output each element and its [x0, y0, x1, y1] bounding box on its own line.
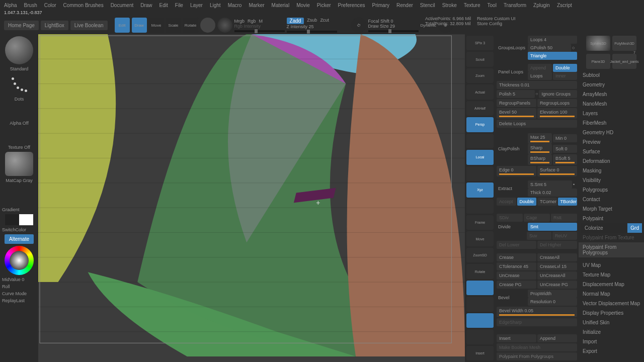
alternate-button[interactable]: Alternate	[5, 234, 34, 244]
lightbox-button[interactable]: LightBox	[41, 21, 68, 30]
thick[interactable]: Thick 0.02	[528, 189, 577, 197]
shelf-solo[interactable]	[466, 329, 494, 344]
menu-render[interactable]: Render	[396, 3, 413, 8]
menu-stroke[interactable]: Stroke	[442, 3, 457, 8]
delete-loops[interactable]: Delete Loops	[497, 120, 577, 128]
bevel2[interactable]: Bevel	[497, 294, 527, 302]
sdiv[interactable]: SDiv	[497, 214, 523, 222]
menu-common[interactable]: Common Brushes	[63, 3, 104, 8]
panel-polypaint[interactable]: Polypaint	[579, 214, 644, 223]
smt2[interactable]: Smt	[528, 223, 577, 231]
tcorner[interactable]: TCorner	[537, 198, 557, 206]
panel-contact[interactable]: Contact	[579, 195, 644, 204]
rgb-intensity-slider[interactable]	[234, 30, 285, 32]
surface[interactable]: Surface 0	[537, 166, 577, 176]
panel-loops[interactable]: Panel Loops	[497, 68, 527, 76]
menu-brush[interactable]: Brush	[24, 3, 37, 8]
shelf-spix[interactable]: SPix 3	[466, 36, 494, 50]
texture-label[interactable]: Texture Off	[8, 145, 30, 150]
sculptris-icon[interactable]	[217, 18, 232, 33]
gpolish-slider[interactable]: GPolish 50	[528, 44, 571, 52]
draw-tool[interactable]: Draw	[132, 18, 147, 33]
shelf-xpose[interactable]	[466, 166, 494, 181]
curve-mode[interactable]: Curve Mode	[2, 291, 27, 296]
shelf-scroll[interactable]: Scroll	[466, 52, 494, 66]
edge[interactable]: Edge 0	[497, 166, 536, 176]
menu-tool[interactable]: Tool	[488, 3, 497, 8]
ppfp[interactable]: Polypaint From Polygroups	[497, 352, 577, 360]
menu-transform[interactable]: Transform	[504, 3, 526, 8]
move-tool[interactable]: Move	[149, 18, 164, 33]
menu-picker[interactable]: Picker	[317, 3, 331, 8]
double-button[interactable]: Double	[553, 64, 577, 72]
ignore-groups[interactable]: Ignore Groups	[539, 90, 577, 98]
midvalue[interactable]: MidValue 0	[2, 277, 24, 282]
shelf-ghost[interactable]	[466, 313, 494, 328]
menu-macro[interactable]: Macro	[228, 3, 242, 8]
shelf-aahalf[interactable]: AAHalf	[466, 101, 494, 116]
restore-ui-button[interactable]: Restore Custom UI	[477, 16, 516, 21]
panel-initialize[interactable]: Initialize	[579, 327, 644, 337]
panel-normalmap[interactable]: Normal Map	[579, 289, 644, 299]
pp-from-texture[interactable]: Polypaint From Texture	[579, 233, 644, 242]
shelf-floor[interactable]	[466, 134, 494, 148]
switch-color[interactable]: SwitchColor	[2, 227, 26, 232]
panel-vdmap[interactable]: Vector Displacement Map	[579, 299, 644, 308]
plane3d[interactable]: Plane3D	[586, 54, 610, 69]
menu-stencil[interactable]: Stencil	[420, 3, 435, 8]
thickness[interactable]: Thickness 0.01	[497, 81, 577, 89]
zsub-button[interactable]: Zsub	[307, 18, 317, 24]
insert[interactable]: Insert	[497, 334, 536, 342]
bsharp[interactable]: BSharp	[528, 154, 552, 165]
polymesh3d[interactable]: PolyMesh3D	[612, 36, 636, 51]
menu-draw[interactable]: Draw	[140, 3, 152, 8]
append-button[interactable]: Append	[528, 64, 552, 72]
sphere3d[interactable]: Sphere3D	[586, 36, 610, 51]
accept[interactable]: Accept	[497, 198, 516, 206]
menu-alpha[interactable]: Alpha	[4, 3, 17, 8]
min[interactable]: Min 0	[553, 134, 577, 142]
dellower[interactable]: Del Lower	[497, 241, 536, 249]
delhigher[interactable]: Del Higher	[537, 241, 577, 249]
edit-tool[interactable]: Edit	[115, 18, 130, 33]
suv[interactable]: Suv	[527, 232, 551, 240]
shelf-local[interactable]: Local	[466, 150, 494, 164]
triangle-button[interactable]: Triangle	[528, 52, 577, 60]
max[interactable]: Max 25	[528, 133, 552, 144]
home-page-button[interactable]: Home Page	[4, 21, 39, 30]
mrgb-button[interactable]: Mrgb	[234, 19, 245, 24]
pp-from-polygroups[interactable]: Polypaint From Polygroups	[579, 242, 644, 257]
sharp[interactable]: Sharp	[528, 144, 552, 154]
viewport[interactable]: +	[38, 34, 465, 362]
shelf-lasso[interactable]	[466, 199, 494, 214]
zcut-button[interactable]: Zcut	[320, 18, 329, 24]
clock-icon[interactable]: ⏱	[351, 18, 366, 33]
rgb-button[interactable]: Rgb	[248, 19, 256, 24]
uncrease[interactable]: UnCrease	[497, 272, 536, 280]
polish[interactable]: Polish 5	[497, 90, 535, 98]
menu-preferences[interactable]: Preferences	[338, 3, 365, 8]
claypolish[interactable]: ClayPolish	[497, 145, 527, 153]
regroup-loops[interactable]: RegroupLoops	[537, 99, 577, 107]
jacket-tool[interactable]: Jacket_and_pants7	[612, 54, 636, 69]
makebool[interactable]: Make Boolean Mesh	[497, 343, 577, 351]
extract[interactable]: Extract	[497, 185, 527, 193]
menu-light[interactable]: Light	[210, 3, 221, 8]
m-button[interactable]: M	[259, 19, 263, 24]
tborder[interactable]: TBorder	[558, 198, 578, 206]
bsoft[interactable]: BSoft 5	[553, 154, 577, 165]
panel-geometry[interactable]: Geometry	[579, 80, 644, 89]
swatch-pair[interactable]	[5, 214, 33, 225]
smt[interactable]: S.Smt 5	[528, 180, 572, 189]
creaselvl[interactable]: CreaseLvl 15	[537, 262, 577, 270]
soft[interactable]: Soft 0	[553, 145, 577, 153]
shelf-insert[interactable]: Insert	[466, 346, 494, 360]
creaseall[interactable]: CreaseAll	[537, 253, 577, 261]
creasepg[interactable]: Crease PG	[497, 281, 536, 289]
shelf-frame[interactable]: Frame	[466, 215, 494, 230]
shelf-trans[interactable]	[466, 297, 494, 311]
panel-geometryhd[interactable]: Geometry HD	[579, 128, 644, 137]
panel-arraymesh[interactable]: ArrayMesh	[579, 89, 644, 99]
panel-uvmap[interactable]: UV Map	[579, 260, 644, 270]
gradient-label[interactable]: Gradient	[2, 207, 20, 212]
